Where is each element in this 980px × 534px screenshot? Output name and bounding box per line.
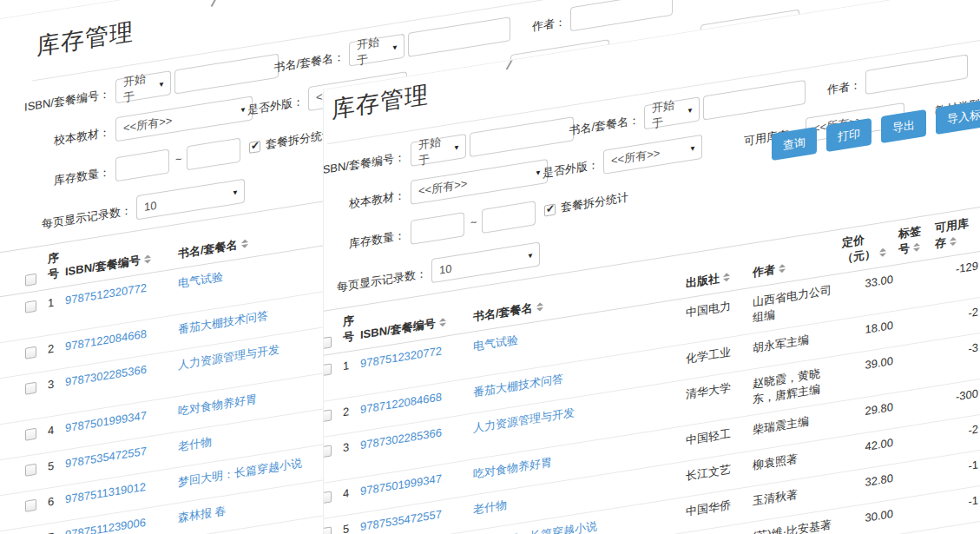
- isbn-link[interactable]: 9787501999347: [360, 471, 442, 498]
- isbn-link[interactable]: 9787511239006: [65, 516, 146, 534]
- col-header-author-label: 作者: [753, 262, 775, 279]
- sort-icon[interactable]: [779, 264, 786, 274]
- cell-seq: 3: [45, 368, 62, 417]
- isbn-operator-value: 开始于: [123, 69, 155, 106]
- col-header-stock[interactable]: 可用库存: [932, 207, 980, 259]
- isbn-link[interactable]: 9787302285366: [65, 363, 147, 389]
- cell-label-no: [896, 305, 932, 346]
- sort-icon[interactable]: [879, 247, 886, 257]
- row-checkbox[interactable]: [323, 409, 332, 422]
- isbn-operator-select[interactable]: 开始于 ▼: [411, 134, 466, 167]
- stock-qty-from-input[interactable]: [411, 212, 464, 245]
- col-header-seq[interactable]: 序号: [45, 242, 62, 289]
- row-checkbox[interactable]: [323, 491, 332, 504]
- pencil-icon: [211, 0, 220, 7]
- isbn-link[interactable]: 9787302285366: [360, 425, 442, 452]
- tilde-separator: ~: [175, 152, 182, 166]
- sort-icon[interactable]: [144, 254, 151, 264]
- isbn-link[interactable]: 9787501999347: [65, 409, 147, 435]
- export-button[interactable]: 导出: [881, 109, 926, 143]
- isbn-link[interactable]: 9787122084668: [360, 390, 442, 416]
- author-input[interactable]: [570, 0, 673, 31]
- isbn-link[interactable]: 9787535472557: [65, 445, 147, 471]
- school-textbook-value: <<所有>>: [418, 176, 467, 200]
- select-all-checkbox[interactable]: [25, 274, 36, 287]
- cell-label-no: [896, 458, 932, 499]
- row-checkbox[interactable]: [323, 526, 332, 534]
- row-checkbox[interactable]: [323, 445, 332, 458]
- cell-seq: 5: [340, 513, 358, 534]
- book-name-link[interactable]: 吃对食物养好胃: [473, 455, 552, 480]
- sort-icon[interactable]: [536, 302, 543, 312]
- sort-icon[interactable]: [913, 242, 920, 252]
- query-button[interactable]: 查询: [772, 127, 817, 161]
- cell-seq: 7: [45, 521, 62, 534]
- book-name-operator-value: 开始于: [652, 96, 683, 132]
- row-checkbox[interactable]: [25, 464, 36, 477]
- book-name-link[interactable]: 吃对食物养好胃: [178, 392, 257, 417]
- chevron-down-icon: ▼: [158, 80, 165, 89]
- cell-stock: -3: [932, 333, 980, 386]
- split-package-label: 套餐拆分统计: [561, 190, 628, 214]
- isbn-operator-value: 开始于: [418, 133, 450, 169]
- sort-icon[interactable]: [241, 239, 248, 248]
- book-name-link[interactable]: 森林报 春: [178, 504, 227, 524]
- page-size-select[interactable]: 10 ▼: [136, 179, 245, 221]
- cell-stock: -129: [932, 251, 980, 305]
- stock-qty-label: 库存数量：: [0, 164, 110, 198]
- book-name-link[interactable]: 电气试验: [178, 270, 223, 290]
- page-title: 库存管理: [36, 16, 134, 63]
- book-name-operator-select[interactable]: 开始于 ▼: [644, 96, 700, 129]
- isbn-link[interactable]: 9787535472557: [360, 507, 442, 533]
- isbn-link[interactable]: 9787122084668: [65, 327, 147, 353]
- page-size-value: 10: [439, 261, 451, 276]
- col-header-isbn-label: ISBN/套餐编号: [65, 254, 141, 279]
- book-name-link[interactable]: 老什物: [178, 435, 212, 453]
- cell-seq: 6: [45, 485, 62, 524]
- col-header-name-label: 书名/套餐名: [473, 301, 533, 324]
- isbn-label: ISBN/套餐编号：: [323, 149, 405, 183]
- toolbar: 查询 打印 导出 导入标签号: [772, 96, 980, 161]
- book-name-link[interactable]: 电气试验: [473, 333, 518, 353]
- page-size-value: 10: [144, 198, 156, 213]
- isbn-link[interactable]: 9787511319012: [65, 480, 146, 506]
- cell-stock: -1: [932, 485, 980, 529]
- sort-icon[interactable]: [950, 236, 957, 246]
- book-name-link[interactable]: 老什物: [473, 498, 507, 516]
- foreign-edition-value: <<所有>>: [611, 145, 660, 168]
- page-size-select[interactable]: 10 ▼: [431, 241, 540, 283]
- col-header-seq[interactable]: 序号: [340, 306, 358, 353]
- split-package-checkbox[interactable]: [249, 141, 260, 154]
- book-name-link[interactable]: 番茄大棚技术问答: [178, 308, 268, 335]
- stock-qty-to-input[interactable]: [187, 137, 240, 170]
- sort-icon[interactable]: [723, 273, 730, 282]
- book-name-link[interactable]: 番茄大棚技术问答: [473, 372, 563, 399]
- row-checkbox[interactable]: [25, 428, 36, 441]
- cell-label-no: [896, 259, 932, 311]
- split-package-checkbox[interactable]: [544, 204, 556, 217]
- cell-seq: 4: [45, 414, 62, 452]
- chevron-down-icon: ▼: [453, 142, 460, 151]
- row-checkbox[interactable]: [25, 346, 36, 359]
- page-copy-front: 库存管理 ISBN/套餐编号： 开始于 ▼ 书名/套餐名： 开始于 ▼ 作者： …: [323, 0, 980, 534]
- book-name-operator-select[interactable]: 开始于 ▼: [349, 34, 404, 67]
- sort-icon[interactable]: [439, 318, 446, 327]
- row-checkbox[interactable]: [25, 499, 36, 512]
- isbn-link[interactable]: 9787512320772: [65, 281, 147, 307]
- row-checkbox[interactable]: [25, 382, 36, 395]
- row-checkbox[interactable]: [25, 300, 36, 313]
- col-header-label-no[interactable]: 标签号: [896, 214, 932, 265]
- print-button[interactable]: 打印: [826, 118, 871, 152]
- book-name-label: 书名/套餐名：: [527, 112, 640, 146]
- row-checkbox[interactable]: [323, 363, 332, 376]
- stock-qty-from-input[interactable]: [115, 148, 169, 181]
- isbn-operator-select[interactable]: 开始于 ▼: [115, 70, 171, 103]
- author-input[interactable]: [865, 54, 968, 95]
- stock-qty-to-input[interactable]: [482, 201, 536, 234]
- chevron-down-icon: ▼: [527, 251, 534, 260]
- col-header-price-label: 定价（元）: [842, 233, 876, 265]
- author-label: 作者：: [774, 77, 861, 107]
- isbn-link[interactable]: 9787512320772: [360, 344, 442, 370]
- select-all-checkbox[interactable]: [323, 336, 332, 349]
- chevron-down-icon: ▼: [232, 188, 239, 196]
